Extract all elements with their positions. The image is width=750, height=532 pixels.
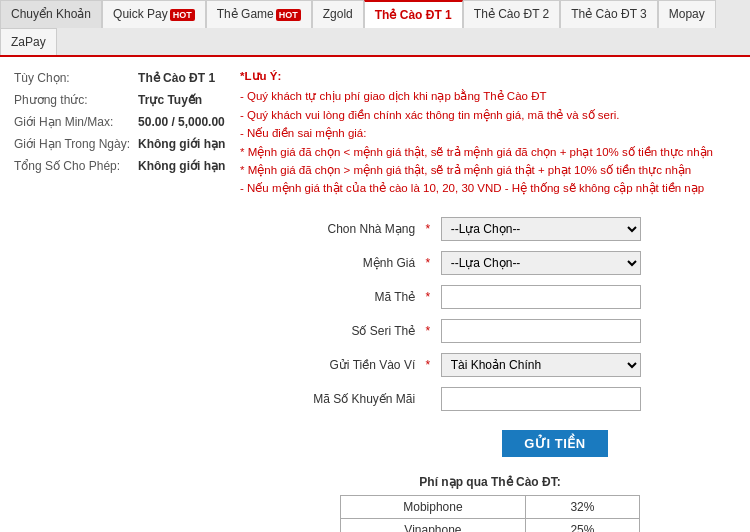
fee-percent: 32% [525,495,639,518]
ma-the-label: Mã Thẻ [240,280,419,314]
notice-line-1: - Quý khách vui lòng điền chính xác thôn… [240,106,740,124]
notice-line-5: - Nếu mệnh giá thật của thẻ cào là 10, 2… [240,179,740,197]
tuy-chon-label: Tùy Chọn: [10,67,134,89]
gui-tien-label: Gửi Tiền Vào Ví [240,348,419,382]
chon-nha-mang-star: * [419,212,436,246]
left-panel: Tùy Chọn: Thẻ Cào ĐT 1 Phương thức: Trực… [10,67,230,532]
hot-badge: HOT [170,9,195,21]
gioi-han-value: 50.00 / 5,000.00 [134,111,230,133]
fee-table: Mobiphone32%Vinaphone25%Viettel28%Gate28… [340,495,640,532]
tab-zapay[interactable]: ZaPay [0,28,57,55]
ma-the-input[interactable] [441,285,641,309]
gioi-han-label: Giới Hạn Min/Max: [10,111,134,133]
info-table: Tùy Chọn: Thẻ Cào ĐT 1 Phương thức: Trực… [10,67,230,177]
fee-percent: 25% [525,518,639,532]
chon-nha-mang-label: Chon Nhà Mạng [240,212,419,246]
tab-mopay[interactable]: Mopay [658,0,716,28]
tong-so-label: Tổng Số Cho Phép: [10,155,134,177]
submit-button[interactable]: GỬI TIỀN [502,430,607,457]
so-seri-input[interactable] [441,319,641,343]
so-seri-label: Số Seri Thẻ [240,314,419,348]
tab-zgold[interactable]: Zgold [312,0,364,28]
tab-the-game[interactable]: Thẻ GameHOT [206,0,312,28]
ma-the-star: * [419,280,436,314]
khuyen-mai-label: Mã Số Khuyến Mãi [240,382,419,416]
btn-row: GỬI TIỀN [370,430,740,457]
fee-row: Vinaphone25% [341,518,640,532]
gioi-han-ngay-value: Không giới hạn [134,133,230,155]
tab-the-cao-dt3[interactable]: Thẻ Cào ĐT 3 [560,0,657,28]
notice-title: *Lưu Ý: [240,67,740,85]
fee-table-wrap: Phí nạp qua Thẻ Cào ĐT: Mobiphone32%Vina… [240,475,740,532]
main-content: Tùy Chọn: Thẻ Cào ĐT 1 Phương thức: Trực… [0,57,750,532]
notice-line-0: - Quý khách tự chịu phí giao dịch khi nạ… [240,87,740,105]
fee-title: Phí nạp qua Thẻ Cào ĐT: [240,475,740,489]
gioi-han-ngay-label: Giới Hạn Trong Ngày: [10,133,134,155]
menh-gia-star: * [419,246,436,280]
tab-chuyen-khoan[interactable]: Chuyển Khoản [0,0,102,28]
fee-provider: Mobiphone [341,495,526,518]
phuong-thuc-label: Phương thức: [10,89,134,111]
menh-gia-select[interactable]: --Lựa Chọn-- [441,251,641,275]
fee-row: Mobiphone32% [341,495,640,518]
notice-line-3: * Mệnh giá đã chọn < mệnh giá thật, sẽ t… [240,143,740,161]
gui-tien-select[interactable]: Tài Khoản Chính [441,353,641,377]
tuy-chon-value: Thẻ Cào ĐT 1 [134,67,230,89]
khuyen-mai-input[interactable] [441,387,641,411]
tab-the-cao-dt1[interactable]: Thẻ Cào ĐT 1 [364,0,463,28]
right-panel: *Lưu Ý:- Quý khách tự chịu phí giao dịch… [240,67,740,532]
menh-gia-label: Mệnh Giá [240,246,419,280]
notice-line-4: * Mệnh giá đã chọn > mệnh giá thật, sẽ t… [240,161,740,179]
notice-line-2: - Nếu điền sai mệnh giá: [240,124,740,142]
fee-provider: Vinaphone [341,518,526,532]
tab-quick-pay[interactable]: Quick PayHOT [102,0,206,28]
phuong-thuc-value: Trực Tuyến [134,89,230,111]
hot-badge: HOT [276,9,301,21]
tong-so-value: Không giới hạn [134,155,230,177]
tab-the-cao-dt2[interactable]: Thẻ Cào ĐT 2 [463,0,560,28]
so-seri-star: * [419,314,436,348]
chon-nha-mang-select[interactable]: --Lựa Chọn-- [441,217,641,241]
tabs-bar: Chuyển KhoảnQuick PayHOTThẻ GameHOTZgold… [0,0,750,57]
notice-box: *Lưu Ý:- Quý khách tự chịu phí giao dịch… [240,67,740,198]
form-table: Chon Nhà Mạng * --Lựa Chọn-- Mệnh Giá * … [240,212,740,416]
gui-tien-star: * [419,348,436,382]
